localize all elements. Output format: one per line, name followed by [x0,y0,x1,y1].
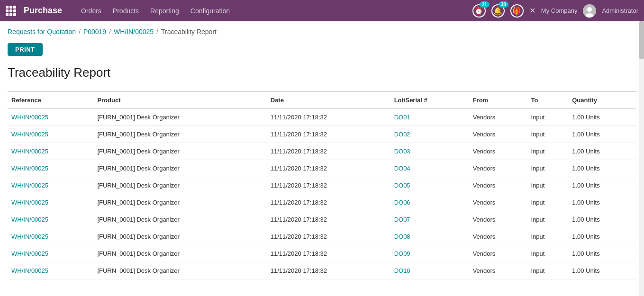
cell-lot-serial[interactable]: DO03 [390,143,469,160]
table-row: WH/IN/00025[FURN_0001] Desk Organizer11/… [8,211,636,228]
cell-reference[interactable]: WH/IN/00025 [8,143,93,160]
menu-item-products[interactable]: Products [113,7,139,15]
cell-product: [FURN_0001] Desk Organizer [93,126,266,143]
cell-to: Input [527,109,569,126]
scrollbar-thumb[interactable] [639,21,644,59]
breadcrumb-whin00025[interactable]: WH/IN/00025 [114,28,154,36]
cell-lot-serial[interactable]: DO04 [390,160,469,177]
top-navigation: Purchase Orders Products Reporting Confi… [0,0,644,21]
cell-date: 11/11/2020 17:18:32 [267,245,390,262]
table-row: WH/IN/00025[FURN_0001] Desk Organizer11/… [8,262,636,279]
table-row: WH/IN/00025[FURN_0001] Desk Organizer11/… [8,228,636,245]
cell-reference[interactable]: WH/IN/00025 [8,211,93,228]
avatar[interactable] [583,4,596,18]
bell-badge-count: 38 [499,1,508,8]
clock-badge-button[interactable]: ⏰ 21 [472,4,486,18]
gift-button[interactable]: 🎁 [510,4,524,18]
breadcrumb-rfq[interactable]: Requests for Quotation [8,28,76,36]
apps-grid-icon[interactable] [6,6,16,16]
username[interactable]: Administrator [602,7,638,14]
cell-from: Vendors [469,228,527,245]
cell-lot-serial[interactable]: DO08 [390,228,469,245]
breadcrumb-sep-2: / [109,28,111,36]
col-header-date: Date [267,92,390,109]
topnav-right: ⏰ 21 🔔 38 🎁 ✕ My Company Administrator [472,4,638,18]
cell-quantity: 1.00 Units [568,194,636,211]
cell-lot-serial[interactable]: DO09 [390,245,469,262]
cell-product: [FURN_0001] Desk Organizer [93,109,266,126]
print-button[interactable]: PRINT [8,43,43,56]
cell-date: 11/11/2020 17:18:32 [267,143,390,160]
cell-quantity: 1.00 Units [568,160,636,177]
cell-quantity: 1.00 Units [568,262,636,279]
table-row: WH/IN/00025[FURN_0001] Desk Organizer11/… [8,160,636,177]
cell-to: Input [527,262,569,279]
cell-reference[interactable]: WH/IN/00025 [8,262,93,279]
cell-lot-serial[interactable]: DO07 [390,211,469,228]
gift-icon: 🎁 [510,4,524,18]
cell-reference[interactable]: WH/IN/00025 [8,228,93,245]
cell-quantity: 1.00 Units [568,143,636,160]
menu-item-orders[interactable]: Orders [81,7,101,15]
cell-date: 11/11/2020 17:18:32 [267,262,390,279]
cell-date: 11/11/2020 17:18:32 [267,211,390,228]
cell-product: [FURN_0001] Desk Organizer [93,228,266,245]
cell-product: [FURN_0001] Desk Organizer [93,211,266,228]
breadcrumb-sep-3: / [156,28,158,36]
cell-product: [FURN_0001] Desk Organizer [93,177,266,194]
menu-item-reporting[interactable]: Reporting [150,7,179,15]
cell-from: Vendors [469,245,527,262]
cell-lot-serial[interactable]: DO06 [390,194,469,211]
col-header-lot-serial: Lot/Serial # [390,92,469,109]
svg-point-1 [587,7,592,12]
cell-to: Input [527,126,569,143]
close-icon[interactable]: ✕ [529,6,535,15]
cell-from: Vendors [469,126,527,143]
cell-lot-serial[interactable]: DO02 [390,126,469,143]
cell-lot-serial[interactable]: DO05 [390,177,469,194]
table-header-row: Reference Product Date Lot/Serial # From… [8,92,636,109]
table-row: WH/IN/00025[FURN_0001] Desk Organizer11/… [8,109,636,126]
col-header-quantity: Quantity [568,92,636,109]
cell-to: Input [527,194,569,211]
cell-reference[interactable]: WH/IN/00025 [8,126,93,143]
cell-to: Input [527,177,569,194]
table-row: WH/IN/00025[FURN_0001] Desk Organizer11/… [8,126,636,143]
cell-reference[interactable]: WH/IN/00025 [8,109,93,126]
cell-reference[interactable]: WH/IN/00025 [8,160,93,177]
cell-from: Vendors [469,177,527,194]
cell-from: Vendors [469,211,527,228]
bell-badge-button[interactable]: 🔔 38 [491,4,505,18]
cell-from: Vendors [469,109,527,126]
cell-to: Input [527,211,569,228]
cell-date: 11/11/2020 17:18:32 [267,177,390,194]
main-menu: Orders Products Reporting Configuration [81,7,465,15]
app-brand[interactable]: Purchase [24,6,62,16]
traceability-table-container: Reference Product Date Lot/Serial # From… [0,91,644,279]
page-title: Traceability Report [0,62,644,91]
cell-quantity: 1.00 Units [568,126,636,143]
cell-quantity: 1.00 Units [568,177,636,194]
cell-product: [FURN_0001] Desk Organizer [93,143,266,160]
cell-to: Input [527,245,569,262]
cell-lot-serial[interactable]: DO01 [390,109,469,126]
cell-date: 11/11/2020 17:18:32 [267,109,390,126]
table-row: WH/IN/00025[FURN_0001] Desk Organizer11/… [8,245,636,262]
cell-reference[interactable]: WH/IN/00025 [8,177,93,194]
col-header-reference: Reference [8,92,93,109]
cell-quantity: 1.00 Units [568,245,636,262]
menu-item-configuration[interactable]: Configuration [190,7,230,15]
cell-from: Vendors [469,160,527,177]
cell-quantity: 1.00 Units [568,228,636,245]
company-name[interactable]: My Company [541,7,578,14]
col-header-from: From [469,92,527,109]
cell-reference[interactable]: WH/IN/00025 [8,194,93,211]
col-header-to: To [527,92,569,109]
table-row: WH/IN/00025[FURN_0001] Desk Organizer11/… [8,177,636,194]
cell-reference[interactable]: WH/IN/00025 [8,245,93,262]
cell-lot-serial[interactable]: DO10 [390,262,469,279]
scrollbar[interactable] [639,21,644,279]
breadcrumb-p00019[interactable]: P00019 [83,28,106,36]
action-bar: PRINT [0,39,644,62]
cell-from: Vendors [469,143,527,160]
